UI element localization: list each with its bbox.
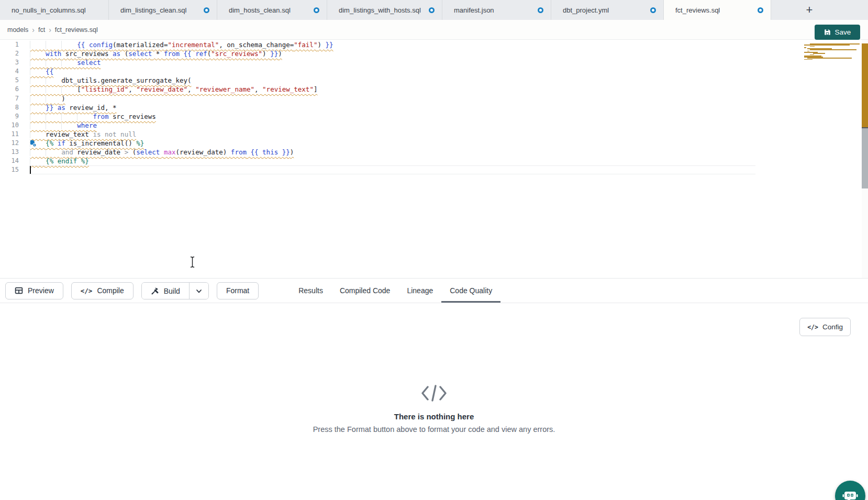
modified-dot-icon[interactable] — [538, 7, 543, 13]
breadcrumb-subfolder[interactable]: fct — [38, 26, 45, 34]
code-token: select — [77, 59, 101, 66]
code-token: with — [46, 50, 61, 58]
editor-action-bar: Preview</>CompileBuildFormat ResultsComp… — [0, 278, 868, 303]
text-caret — [30, 166, 31, 174]
code-line-13[interactable]: 13 and review_date > (select max(review_… — [0, 148, 868, 157]
code-token: {{ — [46, 68, 53, 75]
build-button[interactable]: Build — [142, 283, 189, 299]
code-icon: </> — [81, 287, 93, 295]
compile-button[interactable]: </>Compile — [71, 282, 133, 299]
code-token: is_incremental() — [65, 139, 136, 147]
preview-button[interactable]: Preview — [5, 282, 63, 299]
code-line-14[interactable]: 14 {% endif %} — [0, 157, 868, 165]
code-line-1[interactable]: 1 {{ config(materialized="incremental", … — [0, 40, 868, 49]
code-line-9[interactable]: 9 from src_reviews — [0, 112, 868, 121]
code-line-11[interactable]: 11 review_text is not null — [0, 130, 868, 139]
file-tab-dim_hosts_clean.sql[interactable]: dim_hosts_clean.sql — [217, 0, 327, 20]
file-tab-manifest.json[interactable]: manifest.json — [442, 0, 551, 20]
file-tab-dim_listings_clean.sql[interactable]: dim_listings_clean.sql — [109, 0, 217, 20]
breadcrumb-folder[interactable]: models — [7, 26, 28, 34]
code-line-4[interactable]: 4 {{ — [0, 67, 868, 76]
file-tab-fct_reviews.sql[interactable]: fct_reviews.sql — [664, 0, 771, 20]
breadcrumb: models › fct › fct_reviews.sql — [7, 20, 98, 40]
save-button[interactable]: Save — [815, 25, 860, 40]
modified-dot-icon[interactable] — [314, 7, 319, 13]
modified-dot-icon[interactable] — [758, 7, 763, 13]
indent-whitespace — [30, 95, 61, 103]
code-token: where — [77, 121, 97, 129]
code-token: "src_reviews" — [211, 50, 262, 58]
build-button-group: Build — [141, 282, 209, 299]
code-text: {% endif %} — [30, 157, 89, 165]
code-text: ["listing_id", "review_date", "reviewer_… — [30, 85, 317, 94]
code-token: {{ this }} — [251, 148, 290, 156]
tab-lineage[interactable]: Lineage — [398, 279, 441, 303]
code-line-6[interactable]: 6 ["listing_id", "review_date", "reviewe… — [0, 85, 868, 94]
line-number: 8 — [0, 103, 19, 112]
minimap[interactable] — [801, 43, 861, 60]
button-label: Compile — [97, 286, 124, 295]
minimap-line — [807, 58, 852, 59]
code-token: %} — [136, 139, 144, 147]
code-token: [ — [77, 85, 81, 93]
indent-whitespace — [30, 148, 61, 156]
modified-dot-icon[interactable] — [429, 7, 435, 13]
code-token: as — [113, 50, 120, 58]
format-button[interactable]: Format — [217, 282, 259, 299]
code-text: }} as review_id, * — [30, 103, 117, 112]
tab-label: dim_hosts_clean.sql — [229, 6, 307, 14]
modified-dot-icon[interactable] — [204, 7, 209, 13]
code-line-3[interactable]: 3 select — [0, 58, 868, 67]
line-number: 11 — [0, 130, 19, 139]
editor-scrollbar[interactable] — [862, 40, 868, 279]
code-icon — [420, 384, 448, 405]
modified-dot-icon[interactable] — [650, 7, 656, 13]
code-editor[interactable]: 1 {{ config(materialized="incremental", … — [0, 40, 868, 279]
code-token — [247, 148, 251, 156]
save-label: Save — [835, 28, 851, 36]
indent-whitespace — [30, 157, 46, 165]
tab-compiled-code[interactable]: Compiled Code — [331, 279, 399, 303]
code-line-8[interactable]: 8 }} as review_id, * — [0, 103, 868, 112]
code-token: {% endif %} — [46, 157, 89, 165]
code-token: is not null — [93, 130, 136, 138]
indent-whitespace — [30, 85, 77, 93]
code-line-10[interactable]: 10 where — [0, 121, 868, 130]
code-token: select — [136, 148, 160, 156]
code-token: review_id, * — [65, 104, 117, 112]
indent-whitespace — [30, 104, 46, 112]
code-line-5[interactable]: 5 dbt_utils.generate_surrogate_key( — [0, 76, 868, 85]
code-line-15[interactable]: 15 — [0, 165, 868, 174]
code-line-2[interactable]: 2 with src_reviews as (select * from {{ … — [0, 49, 868, 58]
code-text: from src_reviews — [30, 112, 156, 121]
indent-whitespace — [30, 113, 93, 120]
code-line-12[interactable]: 12 {% if is_incremental() %} — [0, 139, 868, 148]
code-token: ) — [317, 41, 325, 49]
code-token: , on_schema_change= — [219, 41, 294, 49]
new-tab-button[interactable]: + — [798, 0, 820, 20]
minimap-line — [813, 53, 825, 54]
code-line-7[interactable]: 7 ) — [0, 94, 868, 103]
code-token: ( — [120, 50, 128, 58]
build-dropdown-button[interactable] — [190, 283, 208, 299]
code-token: }} — [270, 50, 278, 58]
code-token: }} — [325, 41, 333, 49]
code-token: ) — [278, 50, 282, 58]
file-header: models › fct › fct_reviews.sql Save — [0, 20, 868, 40]
scrollbar-thumb[interactable] — [862, 128, 868, 188]
chevron-down-icon — [195, 287, 203, 295]
floppy-icon — [824, 29, 831, 36]
line-number: 14 — [0, 157, 19, 165]
file-tab-no_nulls_in_columns.sql[interactable]: no_nulls_in_columns.sql — [0, 0, 109, 20]
tab-label: dbt_project.yml — [563, 6, 644, 14]
line-number: 7 — [0, 94, 19, 103]
code-token: ) — [290, 148, 294, 156]
code-token: src_reviews — [61, 50, 113, 58]
code-token: , — [254, 85, 262, 93]
config-button[interactable]: </> Config — [799, 318, 851, 336]
tab-code-quality[interactable]: Code Quality — [441, 279, 500, 303]
line-number: 10 — [0, 121, 19, 130]
file-tab-dim_listings_with_hosts.sql[interactable]: dim_listings_with_hosts.sql — [327, 0, 442, 20]
tab-results[interactable]: Results — [290, 279, 331, 303]
file-tab-dbt_project.yml[interactable]: dbt_project.yml — [551, 0, 664, 20]
